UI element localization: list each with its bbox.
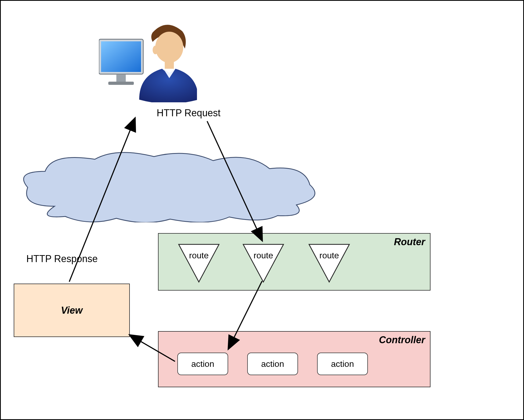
action-label: action bbox=[261, 359, 284, 369]
route-label: route bbox=[242, 251, 285, 260]
route-triangle: route bbox=[242, 243, 285, 285]
http-request-label: HTTP Request bbox=[157, 107, 220, 119]
route-label: route bbox=[177, 251, 220, 260]
controller-title: Controller bbox=[379, 334, 425, 346]
svg-point-5 bbox=[153, 46, 158, 54]
http-response-label: HTTP Response bbox=[26, 253, 98, 265]
route-label: route bbox=[308, 251, 351, 260]
diagram-canvas: HTTP Request HTTP Response View Router r… bbox=[0, 0, 524, 420]
router-title: Router bbox=[394, 236, 425, 248]
svg-rect-2 bbox=[116, 75, 126, 82]
svg-marker-7 bbox=[179, 244, 219, 282]
view-box: View bbox=[14, 284, 130, 337]
route-triangle: route bbox=[177, 243, 220, 285]
svg-rect-6 bbox=[165, 61, 174, 69]
internet-cloud-icon bbox=[20, 150, 321, 222]
action-box: action bbox=[247, 353, 298, 375]
svg-rect-1 bbox=[101, 41, 141, 72]
router-box: Router route route route bbox=[158, 233, 430, 291]
svg-point-4 bbox=[155, 32, 183, 63]
svg-marker-9 bbox=[309, 244, 349, 282]
action-label: action bbox=[331, 359, 354, 369]
user-computer-icon bbox=[99, 22, 197, 102]
view-title: View bbox=[61, 305, 83, 316]
svg-marker-8 bbox=[243, 244, 283, 282]
action-box: action bbox=[317, 353, 368, 375]
action-box: action bbox=[177, 353, 228, 375]
route-triangle: route bbox=[308, 243, 351, 285]
action-label: action bbox=[191, 359, 214, 369]
svg-rect-3 bbox=[108, 82, 134, 85]
controller-box: Controller action action action bbox=[158, 331, 430, 387]
